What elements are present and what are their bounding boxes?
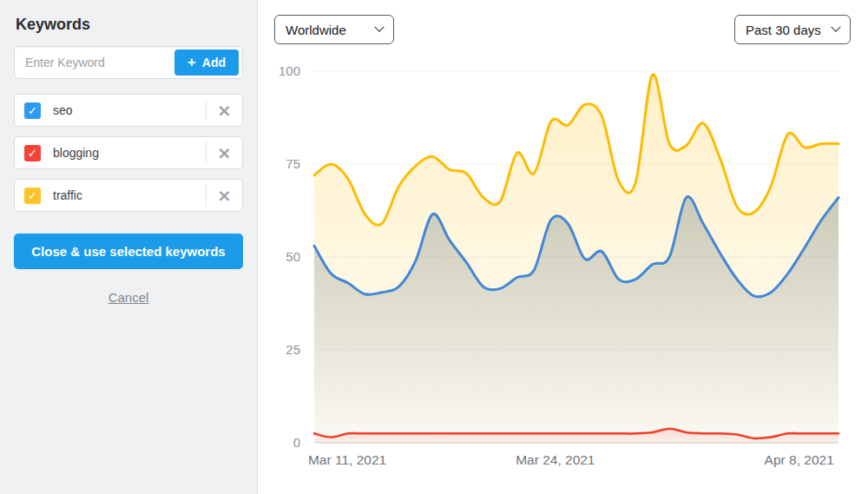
x-tick-label: Mar 11, 2021 [308,452,386,467]
x-tick-label: Apr 8, 2021 [765,452,834,467]
keyword-label: traffic [53,188,206,202]
trend-chart[interactable]: 0255075100Mar 11, 2021Mar 24, 2021Apr 8,… [259,52,868,486]
keywords-panel: Keywords + Add ✓ seo × ✓ blogging × ✓ tr… [0,0,258,494]
y-tick-label: 75 [286,156,300,171]
remove-keyword-icon[interactable]: × [207,95,242,126]
chevron-down-icon [831,23,840,32]
remove-keyword-icon[interactable]: × [207,137,242,168]
keyword-input-row: + Add [14,46,243,79]
keyword-input[interactable] [15,56,174,69]
chevron-down-icon [374,23,384,32]
x-tick-label: Mar 24, 2021 [516,452,595,467]
keyword-checkbox[interactable]: ✓ [24,102,41,119]
y-tick-label: 25 [286,342,300,357]
close-use-keywords-button[interactable]: Close & use selected keywords [14,234,243,269]
region-dropdown[interactable]: Worldwide [274,15,394,44]
date-range-dropdown[interactable]: Past 30 days [734,15,851,44]
remove-keyword-icon[interactable]: × [207,180,242,211]
keyword-checkbox[interactable]: ✓ [24,188,41,204]
y-tick-label: 100 [279,63,300,78]
keyword-label: blogging [53,146,206,160]
panel-title: Keywords [16,16,243,34]
keyword-label: seo [53,103,206,117]
keyword-checkbox[interactable]: ✓ [24,145,41,161]
keyword-row-traffic: ✓ traffic × [14,179,243,212]
y-tick-label: 50 [286,249,300,264]
add-button-label: Add [202,56,226,69]
plus-icon: + [187,55,196,69]
cancel-link[interactable]: Cancel [14,290,243,305]
region-dropdown-value: Worldwide [286,23,346,37]
date-range-dropdown-value: Past 30 days [746,23,821,37]
keyword-row-blogging: ✓ blogging × [14,136,243,169]
y-tick-label: 0 [293,435,300,450]
keyword-row-seo: ✓ seo × [14,94,243,127]
add-keyword-button[interactable]: + Add [174,49,239,76]
